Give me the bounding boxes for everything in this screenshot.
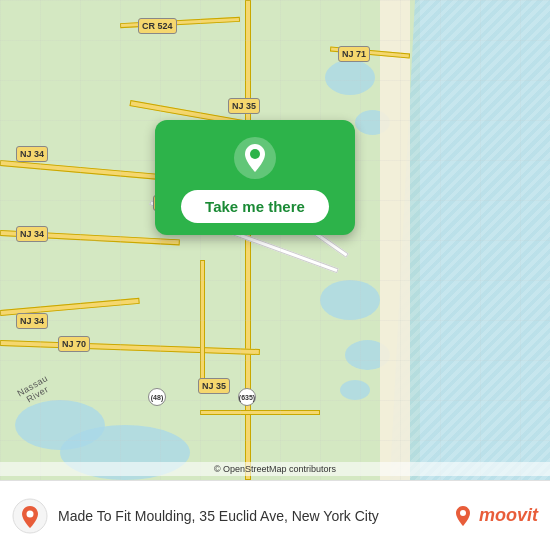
route-badge-nj70: NJ 70 [58,336,90,352]
route-badge-nj71: NJ 71 [338,46,370,62]
road-horiz-2 [200,410,320,415]
destination-card: Take me there [155,120,355,235]
bottom-bar: Made To Fit Moulding, 35 Euclid Ave, New… [0,480,550,550]
moovit-pin-icon [451,504,475,528]
water-patch [320,280,380,320]
route-badge-nj34-3: NJ 34 [16,313,48,329]
svg-point-1 [250,149,260,159]
route-badge-635: (635) [238,388,256,406]
location-text: Made To Fit Moulding, 35 Euclid Ave, New… [58,508,451,524]
location-pin-icon [233,136,277,180]
route-badge-nj34-2: NJ 34 [16,226,48,242]
route-badge-nj35-bot: NJ 35 [198,378,230,394]
location-icon [12,498,48,534]
water-patch [325,60,375,95]
svg-point-4 [460,510,466,516]
map-attribution: © OpenStreetMap contributors [0,462,550,476]
map-container: CR 524 NJ 71 NJ 35 NJ 35 NJ 35 NJ 34 NJ … [0,0,550,480]
route-badge-nj34-1: NJ 34 [16,146,48,162]
moovit-logo: moovit [451,504,538,528]
barrier-island [380,0,410,480]
route-badge-nj35-top: NJ 35 [228,98,260,114]
water-patch [340,380,370,400]
map-water [390,0,550,480]
moovit-brand-name: moovit [479,505,538,526]
route-badge-48: (48) [148,388,166,406]
route-badge-cr524: CR 524 [138,18,177,34]
take-me-there-button[interactable]: Take me there [181,190,329,223]
svg-point-3 [27,510,34,517]
road-vertical-2 [200,260,205,380]
